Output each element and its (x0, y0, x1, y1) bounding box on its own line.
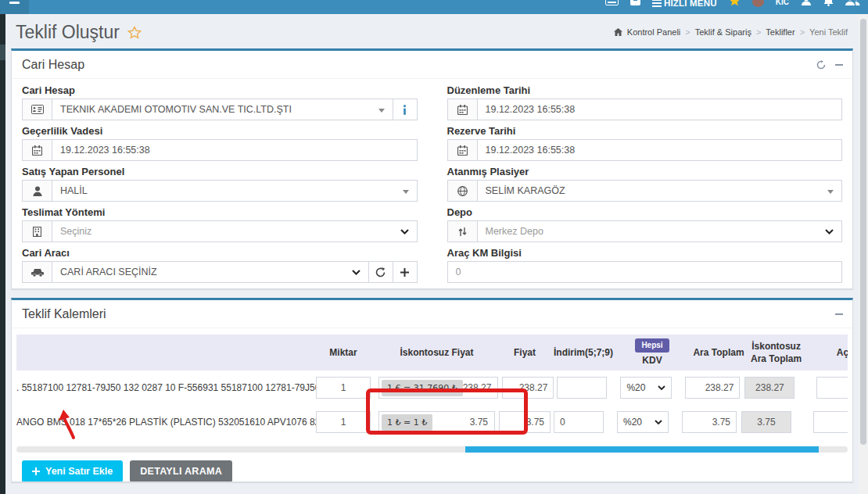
teklif-kalemleri-panel: Teklif Kalemleri Miktar İskontosuz Fiyat… (11, 298, 853, 482)
teslimat-yontemi-select[interactable]: Seçiniz (52, 220, 418, 242)
col-header-miktar: Miktar (316, 347, 371, 358)
fiyat-input[interactable] (502, 377, 554, 399)
sidebar-toggle-button[interactable] (0, 0, 29, 14)
teslimat-yontemi-label: Teslimat Yöntemi (22, 206, 418, 218)
gecerlilik-vadesi-input[interactable] (60, 145, 409, 156)
iskontosuz-ara-toplam-readonly (744, 377, 794, 399)
chevron-down-icon (403, 190, 409, 194)
favorites-star-icon[interactable] (729, 0, 741, 6)
depo-label: Depo (447, 206, 843, 218)
items-table: Miktar İskontosuz Fiyat Fiyat İndirim(5;… (16, 335, 848, 439)
plasiyer-select[interactable]: SELİM KARAGÖZ (477, 180, 843, 202)
ara-toplam-input[interactable] (682, 411, 737, 433)
rezerve-tarihi-input[interactable] (486, 145, 834, 156)
messages-icon[interactable] (801, 0, 812, 5)
miktar-input[interactable] (316, 411, 371, 433)
breadcrumb-teklifler[interactable]: Teklifler (766, 27, 794, 37)
col-header-fiyat: Fiyat (499, 347, 551, 358)
select-chevron-icon (352, 270, 360, 275)
arac-km-input-wrap (447, 261, 843, 283)
select-chevron-icon (655, 420, 662, 424)
aciklama-input[interactable] (813, 411, 848, 433)
select-chevron-icon (825, 229, 834, 234)
cari-hesap-select[interactable]: TEKNIK AKADEMI OTOMOTIV SAN.VE TIC.LTD.Ş… (52, 98, 393, 120)
breadcrumb-yeni-teklif: Yeni Teklif (809, 27, 848, 37)
plasiyer-label: Atanmış Plasiyer (447, 166, 843, 177)
aciklama-input[interactable] (816, 377, 848, 399)
field-satis-personel: Satış Yapan Personel HALİL (22, 166, 418, 202)
arac-km-label: Araç KM Bilgisi (447, 247, 843, 259)
panel-collapse-icon[interactable] (835, 313, 843, 315)
globe-icon (447, 180, 477, 202)
field-duzenleme-tarihi: Düzenleme Tarihi (447, 84, 843, 120)
exchange-rate-badge: 1 ₺ = 1 ₺ (382, 414, 432, 431)
col-header-indirim: İndirim(5;7;9) (554, 347, 613, 358)
cari-hesap-panel-title: Cari Hesap (22, 58, 84, 72)
exchange-rate-badge: 1 € = 31.7690 ₺ (382, 380, 463, 396)
rezerve-tarihi-label: Rezerve Tarihi (447, 125, 843, 137)
duzenleme-tarihi-label: Düzenleme Tarihi (447, 84, 843, 96)
indirim-input[interactable] (554, 411, 604, 433)
iskontosuz-fiyat-value[interactable]: 3.75 (432, 417, 494, 428)
panel-collapse-icon[interactable] (835, 64, 843, 66)
depo-select[interactable]: Merkez Depo (477, 220, 843, 242)
scrollbar-thumb[interactable] (860, 19, 866, 445)
ara-toplam-input[interactable] (685, 377, 740, 399)
user-avatar[interactable] (752, 0, 764, 7)
sidebar-active-item (0, 45, 5, 60)
duzenleme-tarihi-input[interactable] (486, 104, 834, 115)
keyboard-icon[interactable] (605, 0, 619, 5)
bell-icon[interactable] (823, 0, 834, 6)
indirim-input[interactable] (557, 377, 607, 399)
collapsed-sidebar[interactable] (0, 14, 5, 494)
arac-km-input[interactable] (456, 267, 834, 277)
cari-hesap-panel: Cari Hesap Cari Hesap TEKNIK AKADEMI OTO… (11, 48, 853, 289)
page-title: Teklif Oluştur (16, 22, 142, 43)
table-horizontal-scrollbar[interactable] (16, 446, 848, 453)
quick-menu-button[interactable]: HIZLI MENÜ (652, 0, 717, 8)
add-row-button[interactable]: Yeni Satır Ekle (22, 460, 123, 482)
building-icon (22, 220, 52, 242)
select-chevron-icon (658, 385, 665, 390)
iskontosuz-fiyat-field: 1 € = 31.7690 ₺ 238.27 (378, 377, 498, 399)
col-header-iskontosuz-ara-toplam: İskontosuz Ara Toplam (751, 340, 802, 365)
cari-araci-select[interactable]: CARİ ARACI SEÇİNİZ (52, 261, 369, 283)
page-vertical-scrollbar[interactable] (859, 14, 868, 494)
miktar-input[interactable] (316, 377, 371, 399)
car-icon (22, 261, 52, 283)
refresh-vehicles-button[interactable] (369, 261, 393, 283)
breadcrumb-teklif-siparis[interactable]: Teklif & Sipariş (695, 27, 751, 37)
field-cari-hesap: Cari Hesap TEKNIK AKADEMI OTOMOTIV SAN.V… (22, 84, 418, 120)
rezerve-tarihi-input-wrap (477, 139, 843, 161)
favorite-star-icon[interactable] (127, 26, 142, 39)
calendar-icon (447, 139, 477, 161)
satis-personel-select[interactable]: HALİL (52, 180, 418, 202)
field-plasiyer: Atanmış Plasiyer SELİM KARAGÖZ (447, 166, 843, 202)
archive-box-icon[interactable] (630, 0, 640, 5)
calendar-icon (447, 98, 477, 120)
home-icon (614, 28, 622, 36)
kdv-select[interactable]: %20 (620, 377, 672, 399)
gecerlilik-vadesi-label: Geçerlilik Vadesi (22, 125, 418, 137)
scrollbar-thumb[interactable] (465, 446, 819, 453)
select-chevron-icon (400, 229, 409, 234)
fiyat-input[interactable] (499, 411, 551, 433)
item-row-1: . 55187100 12781-79J50 132 0287 10 F-556… (16, 370, 848, 405)
plus-icon (32, 467, 40, 475)
field-cari-araci: Cari Aracı CARİ ARACI SEÇİNİZ (22, 247, 418, 283)
iskontosuz-fiyat-value[interactable]: 238.27 (463, 382, 498, 393)
kdv-hepsi-button[interactable]: Hepsi (635, 338, 669, 353)
breadcrumb-kontrol-paneli[interactable]: Kontrol Paneli (627, 27, 681, 37)
kdv-select[interactable]: %20 (617, 411, 669, 433)
add-vehicle-button[interactable] (393, 261, 418, 283)
chevron-down-icon (378, 109, 385, 113)
item-description: . 55187100 12781-79J50 132 0287 10 F-556… (16, 382, 316, 393)
cari-araci-label: Cari Aracı (22, 247, 418, 259)
panel-refresh-icon[interactable] (816, 60, 826, 70)
users-icon[interactable] (845, 0, 860, 5)
gecerlilik-vadesi-input-wrap (52, 139, 418, 161)
field-arac-km: Araç KM Bilgisi (447, 247, 843, 283)
col-header-kdv: Hepsi KDV (626, 338, 678, 367)
detailed-search-button[interactable]: DETAYLI ARAMA (130, 460, 232, 482)
cari-info-button[interactable] (393, 98, 418, 120)
